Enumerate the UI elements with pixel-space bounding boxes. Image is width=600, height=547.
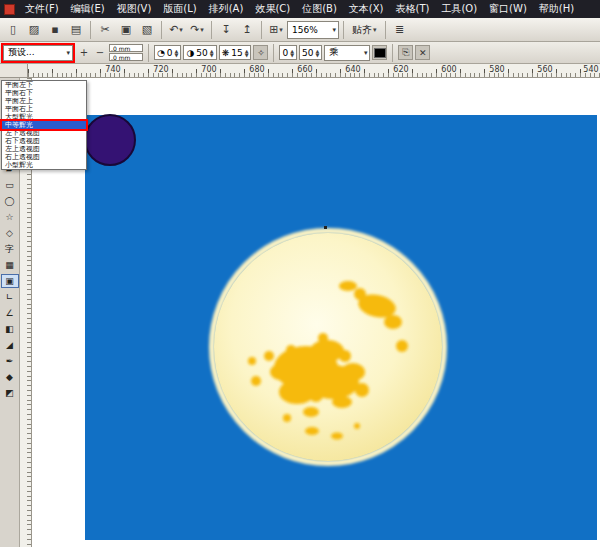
chevron-down-icon[interactable]: ▾ — [179, 26, 183, 34]
shadow-offset-x-input[interactable] — [109, 44, 143, 52]
drop-shadow-tool[interactable]: ▣ — [1, 274, 19, 288]
menu-table[interactable]: 表格(T) — [390, 1, 436, 17]
snap-to-button[interactable]: 贴齐 ▾ — [348, 20, 381, 40]
new-document-icon[interactable]: ▯ — [3, 20, 23, 40]
add-preset-button[interactable]: + — [77, 45, 91, 61]
spinner-arrows[interactable]: ▲▼ — [290, 49, 294, 57]
preset-option-persp-top-left[interactable]: 左上透视图 — [2, 145, 86, 153]
shadow-feather-field[interactable]: ❋ 15 ▲▼ — [219, 45, 252, 60]
merge-mode-value: 乘 — [329, 46, 338, 59]
shadow-angle-field[interactable]: ◔ 0 ▲▼ — [154, 45, 181, 60]
transparency-tool[interactable]: ◧ — [1, 322, 19, 336]
menu-file[interactable]: 文件(F) — [19, 1, 65, 17]
chevron-down-icon[interactable]: ▾ — [279, 26, 283, 34]
spinner-arrows[interactable]: ▲▼ — [210, 49, 214, 57]
dimension-tool[interactable]: ∠ — [1, 306, 19, 320]
preset-dropdown[interactable]: 预设... ▾ — [3, 45, 73, 61]
spinner-arrows[interactable]: ▲▼ — [175, 49, 179, 57]
merge-mode-dropdown[interactable]: 乘 ▾ — [324, 45, 370, 61]
preset-option-persp-bottom-left[interactable]: 左下透视图 — [2, 129, 86, 137]
preset-option-flat-top-right[interactable]: 平面右上 — [2, 105, 86, 113]
spinner-arrows[interactable]: ▲▼ — [316, 49, 320, 57]
preset-option-large-glow[interactable]: 大型辉光 — [2, 113, 86, 121]
shadow-stretch-field[interactable]: 50 ▲▼ — [299, 45, 322, 60]
toolbar-separator — [211, 21, 212, 39]
preset-annotation-box: 预设... ▾ — [1, 43, 75, 63]
clear-shadow-button[interactable]: ✕ — [415, 45, 430, 60]
cut-icon[interactable]: ✂ — [95, 20, 115, 40]
menu-help[interactable]: 帮助(H) — [533, 1, 580, 17]
chevron-down-icon[interactable]: ▾ — [200, 26, 204, 34]
options-icon[interactable]: ≣ — [390, 20, 410, 40]
moon-shape — [211, 230, 445, 464]
ellipse-tool[interactable]: ◯ — [1, 194, 19, 208]
text-tool[interactable]: 字 — [1, 242, 19, 256]
toolbar-separator — [385, 21, 386, 39]
shadow-fade-value: 0 — [282, 48, 288, 58]
purple-circle-object[interactable] — [84, 114, 136, 166]
undo-icon[interactable]: ↶▾ — [166, 20, 186, 40]
drawing-canvas[interactable] — [32, 78, 600, 547]
toolbar-separator — [343, 21, 344, 39]
copy-icon[interactable]: ▣ — [116, 20, 136, 40]
shadow-color-picker[interactable] — [372, 45, 387, 60]
open-icon[interactable]: ▨ — [24, 20, 44, 40]
shadow-fade-field[interactable]: 0 ▲▼ — [279, 45, 297, 60]
menu-edit[interactable]: 编辑(E) — [65, 1, 111, 17]
import-icon[interactable]: ↧ — [216, 20, 236, 40]
preset-option-flat-bottom-right[interactable]: 平面右下 — [2, 89, 86, 97]
menu-window[interactable]: 窗口(W) — [483, 1, 533, 17]
copy-shadow-properties-button[interactable]: ⎘ — [398, 45, 413, 60]
app-logo-icon — [4, 4, 15, 15]
feather-icon: ❋ — [222, 48, 230, 58]
preset-option-flat-bottom-left[interactable]: 平面左下 — [2, 81, 86, 89]
menu-text[interactable]: 文本(X) — [343, 1, 390, 17]
redo-icon[interactable]: ↷▾ — [187, 20, 207, 40]
save-icon[interactable]: ▪ — [45, 20, 65, 40]
interactive-fill-tool[interactable]: ◩ — [1, 386, 19, 400]
shadow-color-swatch — [374, 48, 386, 58]
rectangle-tool[interactable]: ▭ — [1, 178, 19, 192]
chevron-down-icon: ▾ — [332, 26, 336, 34]
menu-bar: 文件(F) 编辑(E) 视图(V) 版面(L) 排列(A) 效果(C) 位图(B… — [0, 0, 600, 18]
print-icon[interactable]: ▤ — [66, 20, 86, 40]
shadow-offset-y-input[interactable] — [109, 53, 143, 61]
shadow-angle-value: 0 — [167, 48, 173, 58]
fill-tool[interactable]: ◆ — [1, 370, 19, 384]
delete-preset-button[interactable]: − — [93, 45, 107, 61]
standard-toolbar: ▯ ▨ ▪ ▤ ✂ ▣ ▧ ↶▾ ↷▾ ↧ ↥ ⊞▾ 156% ▾ 贴齐 ▾ ≣ — [0, 18, 600, 42]
ruler-number: 660 — [296, 65, 314, 74]
preset-option-flat-top-left[interactable]: 平面左上 — [2, 97, 86, 105]
export-icon[interactable]: ↥ — [237, 20, 257, 40]
outline-pen-tool[interactable]: ✒ — [1, 354, 19, 368]
moon-object[interactable] — [211, 230, 445, 464]
feather-direction-button[interactable]: ✧ — [253, 45, 268, 60]
polygon-tool[interactable]: ☆ — [1, 210, 19, 224]
object-node-marker — [324, 226, 327, 229]
menu-arrange[interactable]: 排列(A) — [203, 1, 250, 17]
preset-option-small-glow[interactable]: 小型辉光 — [2, 161, 86, 169]
angle-dial-icon: ◔ — [157, 48, 165, 58]
menu-view[interactable]: 视图(V) — [111, 1, 158, 17]
connector-tool[interactable]: ∟ — [1, 290, 19, 304]
paste-icon[interactable]: ▧ — [137, 20, 157, 40]
table-tool[interactable]: ▦ — [1, 258, 19, 272]
menu-effects[interactable]: 效果(C) — [249, 1, 296, 17]
ruler-origin-button[interactable] — [0, 64, 28, 78]
basic-shapes-tool[interactable]: ◇ — [1, 226, 19, 240]
shadow-opacity-field[interactable]: ◑ 50 ▲▼ — [183, 45, 216, 60]
eyedropper-tool[interactable]: ◢ — [1, 338, 19, 352]
preset-option-persp-bottom-right[interactable]: 右下透视图 — [2, 137, 86, 145]
spinner-arrows[interactable]: ▲▼ — [245, 49, 249, 57]
preset-option-persp-top-right[interactable]: 右上透视图 — [2, 153, 86, 161]
menu-tools[interactable]: 工具(O) — [435, 1, 483, 17]
menu-layout[interactable]: 版面(L) — [157, 1, 202, 17]
propbar-separator — [273, 44, 274, 62]
zoom-level-value: 156% — [292, 25, 318, 35]
shadow-offset-fields — [109, 44, 143, 61]
preset-option-medium-glow[interactable]: 中等辉光 — [2, 121, 86, 129]
opacity-icon: ◑ — [186, 48, 194, 58]
menu-bitmaps[interactable]: 位图(B) — [296, 1, 343, 17]
zoom-level-combo[interactable]: 156% ▾ — [287, 21, 339, 39]
app-launcher-icon[interactable]: ⊞▾ — [266, 20, 286, 40]
